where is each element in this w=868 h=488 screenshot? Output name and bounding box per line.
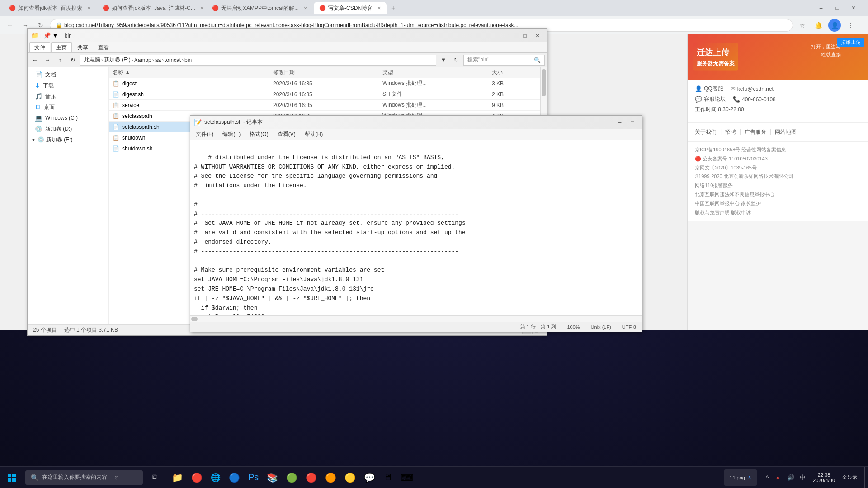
profile-avatar[interactable]: 👤 <box>828 19 841 32</box>
notification-bell-icon[interactable]: 🔔 <box>812 19 825 32</box>
fe-ribbon-tab-home[interactable]: 主页 <box>51 42 72 52</box>
ad-upload-badge[interactable]: 拓维上传 <box>837 38 864 47</box>
browser-tab-4[interactable]: 🔴 写文章-CSDN博客 ✕ <box>314 2 387 14</box>
taskbar-file-preview[interactable]: 11.png ∧ <box>724 469 757 486</box>
file-item-digest-sh[interactable]: 📄 digest.sh 2020/3/16 16:35 SH 文件 2 KB <box>109 89 547 100</box>
tab-close-2[interactable]: ✕ <box>200 5 204 11</box>
notepad-hscroll-thumb[interactable] <box>191 317 198 321</box>
fe-ribbon-tab-share[interactable]: 共享 <box>73 43 93 52</box>
taskbar-app-ie[interactable]: 🌐 <box>207 467 224 488</box>
tab-close-1[interactable]: ✕ <box>87 5 91 11</box>
sidebar-item-desktop[interactable]: 🖥 桌面 <box>28 102 108 113</box>
fe-nav-forward[interactable]: → <box>42 55 53 66</box>
fe-nav-back[interactable]: ← <box>29 55 40 66</box>
fe-maximize-button[interactable]: □ <box>519 31 530 40</box>
about-us-link[interactable]: 关于我们 <box>695 128 717 136</box>
show-desktop-button[interactable] <box>864 467 868 488</box>
csdn-about-links: 关于我们 | 招聘 | 广告服务 | 网站地图 <box>695 128 861 136</box>
header-name[interactable]: 名称 ▲ <box>109 69 269 76</box>
sidebar-item-downloads[interactable]: ⬇ 下载 <box>28 80 108 91</box>
fe-search-bar[interactable]: 搜索"bin" 🔍 <box>463 55 545 66</box>
start-button[interactable] <box>0 467 24 488</box>
taskbar-app-red2[interactable]: 🔴 <box>302 467 321 488</box>
tab-favicon-2: 🔴 <box>103 5 109 11</box>
sidebar-item-drive-e[interactable]: ▼ 💿 新加卷 (E:) <box>28 134 108 145</box>
breadcrumb-part-aa: aa <box>155 57 161 63</box>
notepad-menu-format[interactable]: 格式(O) <box>246 130 272 139</box>
fe-close-button[interactable]: ✕ <box>532 31 543 40</box>
browser-menu-icon[interactable]: ⋮ <box>844 19 857 32</box>
taskbar-app-terminal[interactable]: ⌨ <box>397 467 417 488</box>
show-desktop-label[interactable]: 全显示 <box>840 474 859 481</box>
sidebar-item-drive-c[interactable]: 💻 Windows (C:) <box>28 113 108 123</box>
sidebar-item-music[interactable]: 🎵 音乐 <box>28 91 108 102</box>
notepad-menu-edit[interactable]: 编辑(E) <box>219 130 244 139</box>
notepad-hscrollbar[interactable] <box>190 315 642 322</box>
taskbar-app-chrome[interactable]: 🔵 <box>225 467 244 488</box>
bookmark-star-icon[interactable]: ☆ <box>796 19 808 32</box>
browser-close[interactable]: ✕ <box>846 3 861 14</box>
taskbar-app-chat[interactable]: 💬 <box>360 467 379 488</box>
sidebar-item-drive-d[interactable]: 💿 新加卷 (D:) <box>28 123 108 134</box>
fe-ribbon-tab-file[interactable]: 文件 <box>29 42 50 52</box>
sidebar-label-drive-c: Windows (C:) <box>45 115 78 121</box>
notepad-maximize[interactable]: □ <box>627 118 638 127</box>
tray-ime-icon[interactable]: 中 <box>798 473 807 483</box>
sitemap-link[interactable]: 网站地图 <box>775 128 797 136</box>
notepad-content[interactable]: # distributed under the License is distr… <box>190 140 642 315</box>
notepad-menu-file[interactable]: 文件(F) <box>192 130 217 139</box>
taskbar-clock[interactable]: 22:38 2020/4/30 <box>809 472 839 483</box>
taskbar-app-mu[interactable]: 📚 <box>263 467 282 488</box>
taskbar-app-monitor[interactable]: 🖥 <box>380 467 396 488</box>
taskbar-app-red1[interactable]: 🔴 <box>188 467 206 488</box>
notepad-minimize[interactable]: – <box>614 118 625 127</box>
notepad-menu-view[interactable]: 查看(V) <box>274 130 299 139</box>
tray-network-icon[interactable]: 🔺 <box>772 473 783 482</box>
browser-minimize[interactable]: – <box>814 3 828 14</box>
fe-refresh-2[interactable]: ↻ <box>451 55 462 66</box>
recruit-link[interactable]: 招聘 <box>725 128 736 136</box>
file-name-service: service <box>122 102 139 108</box>
taskbar-app-folder[interactable]: 📁 <box>168 467 187 488</box>
fe-nav-refresh[interactable]: ↻ <box>67 55 78 66</box>
nav-back-button[interactable]: ← <box>4 19 16 32</box>
taskbar-app-green[interactable]: 🟢 <box>283 467 301 488</box>
header-date[interactable]: 修改日期 <box>269 69 379 76</box>
tab-close-3[interactable]: ✕ <box>303 5 307 11</box>
tab-close-4[interactable]: ✕ <box>377 5 381 11</box>
new-tab-button[interactable]: + <box>387 2 399 14</box>
header-type[interactable]: 类型 <box>379 69 488 76</box>
notepad-menu-help[interactable]: 帮助(H) <box>301 130 327 139</box>
tray-volume-icon[interactable]: 🔊 <box>785 473 796 482</box>
fe-minimize-button[interactable]: – <box>507 31 518 40</box>
file-item-service[interactable]: 📋 service 2020/3/16 16:35 Windows 批处理...… <box>109 100 547 111</box>
sidebar-item-documents[interactable]: 📄 文档 <box>28 69 108 80</box>
tray-arrow-icon[interactable]: ^ <box>764 473 770 482</box>
fe-ribbon-tab-view[interactable]: 查看 <box>94 43 113 52</box>
file-explorer-titlebar: 📁 | 📌 ▼ bin – □ ✕ <box>28 29 547 42</box>
taskbar-task-view[interactable]: ⧉ <box>145 467 165 488</box>
taskbar-search-icon: 🔍 <box>31 474 38 481</box>
taskbar-file-expand[interactable]: ∧ <box>748 474 751 480</box>
browser-tab-3[interactable]: 🔴 无法启动XAMPP中tomcat的解... ✕ <box>207 2 313 14</box>
file-icon-digest: 📋 <box>113 80 119 87</box>
taskbar-app-ps[interactable]: Ps <box>245 467 262 488</box>
fe-scroll-thumb[interactable] <box>542 69 546 96</box>
breadcrumb-part-bin: bin <box>184 57 192 63</box>
browser-tab-1[interactable]: 🔴 如何查看jdk版本_百度搜索 ✕ <box>4 2 96 14</box>
taskbar-pinned-apps: 📁 🔴 🌐 🔵 Ps 📚 🟢 🔴 🟠 🟡 💬 🖥 ⌨ <box>168 467 443 488</box>
ad-service-link[interactable]: 广告服务 <box>745 128 766 136</box>
browser-maximize[interactable]: □ <box>830 3 844 14</box>
fe-nav-up[interactable]: ↑ <box>55 55 66 66</box>
clock-time: 22:38 <box>818 472 830 478</box>
browser-tab-2[interactable]: 🔴 如何查看jdk版本_Java_洋成林-C... ✕ <box>97 2 206 14</box>
file-item-digest[interactable]: 📋 digest 2020/3/16 16:35 Windows 批处理... … <box>109 78 547 89</box>
taskbar-search-bar[interactable]: 🔍 在这里输入你要搜索的内容 ⊙ <box>25 470 143 485</box>
taskbar-app-yellow[interactable]: 🟡 <box>341 467 359 488</box>
fe-breadcrumb[interactable]: 此电脑 › 新加卷 (E:) › Xampp › aa › tomcat › b… <box>80 55 436 66</box>
taskbar-app-orange[interactable]: 🟠 <box>321 467 340 488</box>
beian-icp: 京ICP备19004658号 经营性网站备案信息 <box>695 145 861 155</box>
notepad-statusbar: 第 1 行，第 1 列 100% Unix (LF) UTF-8 <box>190 322 642 332</box>
header-size[interactable]: 大小 <box>488 69 547 76</box>
fe-breadcrumb-dropdown[interactable]: ▼ <box>438 55 449 66</box>
